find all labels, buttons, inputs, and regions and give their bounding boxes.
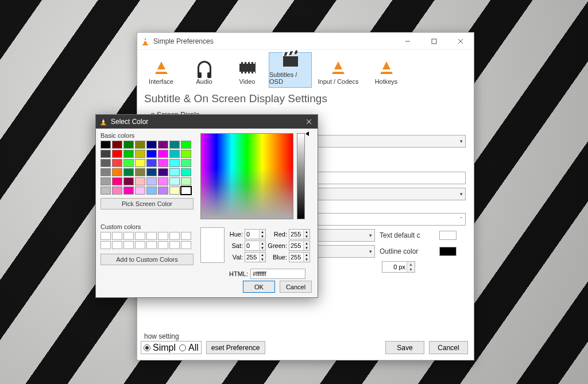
green-input[interactable]: ▲▼ (289, 241, 310, 251)
basic-color-swatch[interactable] (181, 168, 191, 176)
basic-color-swatch[interactable] (135, 150, 145, 158)
basic-color-swatch[interactable] (146, 168, 157, 176)
custom-color-slot[interactable] (100, 232, 111, 240)
basic-color-swatch[interactable] (158, 141, 168, 149)
spinner-down-icon[interactable]: ▼ (303, 234, 310, 239)
cancel-button[interactable]: Cancel (280, 281, 312, 293)
basic-color-swatch[interactable] (146, 150, 157, 158)
close-button[interactable] (447, 33, 474, 50)
spinner-down-icon[interactable]: ▼ (259, 246, 265, 250)
blue-input[interactable]: ▲▼ (289, 252, 310, 262)
basic-color-swatch[interactable] (100, 150, 111, 158)
basic-color-swatch[interactable] (169, 168, 180, 176)
spinner-down-icon[interactable]: ▼ (259, 234, 265, 239)
basic-color-swatch[interactable] (181, 150, 191, 158)
basic-color-swatch[interactable] (169, 187, 180, 195)
basic-color-swatch[interactable] (158, 150, 168, 158)
spinner-up-icon[interactable]: ▲ (259, 241, 265, 246)
basic-color-swatch[interactable] (135, 177, 145, 185)
tab-audio[interactable]: Audio (183, 52, 226, 88)
custom-color-slot[interactable] (158, 241, 168, 249)
basic-color-swatch[interactable] (169, 150, 180, 158)
basic-color-swatch[interactable] (158, 187, 168, 195)
spinner-up-icon[interactable]: ▲ (407, 262, 415, 267)
basic-color-swatch[interactable] (135, 141, 145, 149)
basic-color-swatch[interactable] (123, 187, 134, 195)
spinner-up-icon[interactable]: ▲ (303, 253, 310, 257)
basic-color-swatch[interactable] (123, 141, 134, 149)
save-button[interactable]: Save (385, 341, 424, 354)
basic-color-swatch[interactable] (146, 187, 157, 195)
basic-color-swatch[interactable] (181, 141, 191, 149)
custom-color-slot[interactable] (181, 241, 191, 249)
hue-input[interactable]: ▲▼ (245, 229, 266, 239)
custom-color-slot[interactable] (135, 232, 145, 240)
basic-color-swatch[interactable] (112, 141, 122, 149)
custom-color-slot[interactable] (169, 241, 180, 249)
basic-color-swatch[interactable] (146, 141, 157, 149)
close-button[interactable] (304, 117, 314, 127)
value-slider[interactable] (297, 133, 305, 219)
custom-color-slot[interactable] (169, 232, 180, 240)
spinner-up-icon[interactable]: ▲ (259, 230, 265, 234)
text-default-color-swatch[interactable] (439, 231, 457, 240)
custom-color-slot[interactable] (100, 241, 111, 249)
val-input[interactable]: ▲▼ (245, 252, 266, 262)
custom-color-slot[interactable] (181, 232, 191, 240)
basic-color-swatch[interactable] (100, 141, 111, 149)
spinner-down-icon[interactable]: ▼ (303, 246, 310, 250)
basic-color-swatch[interactable] (123, 177, 134, 185)
custom-color-slot[interactable] (158, 232, 168, 240)
basic-color-swatch[interactable] (123, 168, 134, 176)
maximize-button[interactable] (421, 33, 447, 50)
basic-color-swatch[interactable] (100, 159, 111, 167)
basic-color-swatch[interactable] (112, 159, 122, 167)
tab-input-codecs[interactable]: Input / Codecs (312, 52, 365, 88)
add-to-custom-colors-button[interactable]: Add to Custom Colors (100, 254, 194, 265)
pick-screen-color-button[interactable]: Pick Screen Color (100, 198, 194, 210)
spinner-down-icon[interactable]: ▼ (259, 257, 265, 262)
tab-subtitles-osd[interactable]: Subtitles / OSD (269, 52, 312, 88)
color-gradient-picker[interactable] (200, 133, 293, 219)
basic-color-swatch[interactable] (112, 187, 122, 195)
px-spinner[interactable]: ▲▼ (382, 261, 415, 273)
basic-color-swatch[interactable] (169, 177, 180, 185)
sat-input[interactable]: ▲▼ (245, 241, 266, 251)
custom-color-slot[interactable] (112, 241, 122, 249)
basic-color-swatch[interactable] (123, 150, 134, 158)
html-color-input[interactable] (250, 269, 305, 279)
basic-color-swatch[interactable] (181, 187, 191, 195)
basic-color-swatch[interactable] (112, 150, 122, 158)
basic-color-swatch[interactable] (169, 141, 180, 149)
custom-color-slot[interactable] (112, 232, 122, 240)
basic-color-swatch[interactable] (123, 159, 134, 167)
spinner-up-icon[interactable]: ▲ (303, 241, 310, 246)
basic-color-swatch[interactable] (112, 168, 122, 176)
basic-color-swatch[interactable] (146, 159, 157, 167)
basic-color-swatch[interactable] (169, 159, 180, 167)
basic-color-swatch[interactable] (158, 168, 168, 176)
tab-hotkeys[interactable]: Hotkeys (365, 52, 408, 88)
reset-preferences-button[interactable]: eset Preference (206, 341, 265, 354)
custom-color-slot[interactable] (146, 241, 157, 249)
minimize-button[interactable] (394, 33, 421, 50)
basic-color-swatch[interactable] (158, 177, 168, 185)
ok-button[interactable]: OK (243, 281, 275, 293)
radio-all[interactable] (179, 344, 186, 351)
outline-color-swatch[interactable] (439, 247, 457, 256)
px-value[interactable] (382, 262, 407, 272)
basic-color-swatch[interactable] (100, 177, 111, 185)
custom-color-slot[interactable] (123, 232, 134, 240)
basic-color-swatch[interactable] (146, 177, 157, 185)
radio-simple[interactable] (144, 344, 150, 351)
cancel-button[interactable]: Cancel (429, 341, 468, 354)
basic-color-swatch[interactable] (100, 187, 111, 195)
spinner-up-icon[interactable]: ▲ (259, 253, 265, 257)
basic-color-swatch[interactable] (135, 159, 145, 167)
custom-color-slot[interactable] (135, 241, 145, 249)
tab-interface[interactable]: Interface (140, 52, 183, 88)
basic-color-swatch[interactable] (181, 177, 191, 185)
basic-color-swatch[interactable] (135, 168, 145, 176)
basic-color-swatch[interactable] (135, 187, 145, 195)
basic-color-swatch[interactable] (158, 159, 168, 167)
